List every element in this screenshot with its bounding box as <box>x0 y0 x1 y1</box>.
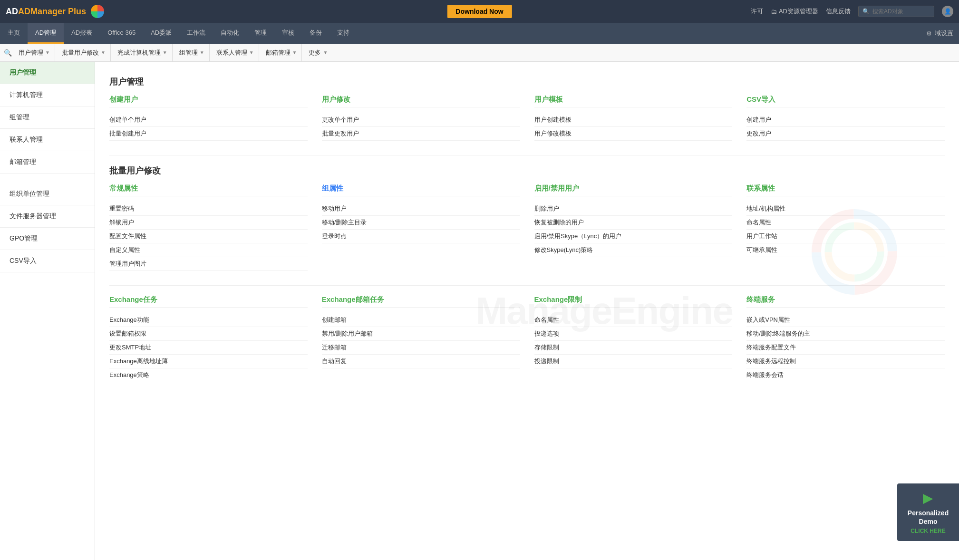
move-delete-terminal[interactable]: 移动/删除终端服务的主 <box>746 327 945 341</box>
nav-ad-report[interactable]: AD报表 <box>64 23 100 44</box>
delete-user[interactable]: 删除用户 <box>534 202 733 216</box>
chevron-down-icon: ▼ <box>45 50 50 55</box>
main-layout: 用户管理 计算机管理 组管理 联系人管理 邮箱管理 组织单位管理 文件服务器管理… <box>0 62 959 560</box>
set-mailbox-perm[interactable]: 设置邮箱权限 <box>109 327 308 341</box>
section-divider-1 <box>109 155 945 155</box>
sub-batch-user[interactable]: 批量用户修改 ▼ <box>57 44 111 61</box>
modify-skype-policy[interactable]: 修改Skype(Lync)策略 <box>534 243 733 257</box>
chevron-down-icon: ▼ <box>163 50 167 55</box>
nav-workflow[interactable]: 工作流 <box>179 23 213 44</box>
sub-mailbox-mgmt[interactable]: 邮箱管理 ▼ <box>261 44 302 61</box>
enable-disable-skype[interactable]: 启用/禁用Skype（Lync）的用户 <box>534 230 733 243</box>
change-smtp[interactable]: 更改SMTP地址 <box>109 341 308 355</box>
create-batch-user[interactable]: 批量创建用户 <box>109 127 308 141</box>
exchange-offline-addr[interactable]: Exchange离线地址薄 <box>109 355 308 368</box>
sidebar-item-csv-import[interactable]: CSV导入 <box>0 250 95 272</box>
terminal-remote-control[interactable]: 终端服务远程控制 <box>746 355 945 368</box>
sidebar-item-fileserver-mgmt[interactable]: 文件服务器管理 <box>0 205 95 228</box>
chevron-down-icon: ▼ <box>200 50 204 55</box>
exchange-policy[interactable]: Exchange策略 <box>109 368 308 382</box>
unlock-user[interactable]: 解锁用户 <box>109 216 308 230</box>
migrate-mailbox[interactable]: 迁移邮箱 <box>322 341 520 355</box>
sidebar-item-computer-mgmt[interactable]: 计算机管理 <box>0 84 95 106</box>
vpn-embed-attr[interactable]: 嵌入或VPN属性 <box>746 313 945 327</box>
nav-home[interactable]: 主页 <box>0 23 28 44</box>
cat-terminal-service: 终端服务 嵌入或VPN属性 移动/删除终端服务的主 终端服务配置文件 终端服务远… <box>746 295 945 382</box>
modify-single-user[interactable]: 更改单个用户 <box>322 113 520 127</box>
inherit-attr[interactable]: 可继承属性 <box>746 243 945 257</box>
sidebar-item-group-mgmt[interactable]: 组管理 <box>0 106 95 129</box>
delivery-options[interactable]: 投递选项 <box>534 327 733 341</box>
chevron-down-icon: ▼ <box>249 50 254 55</box>
demo-widget[interactable]: ▶ Personalized Demo CLICK HERE <box>897 483 959 541</box>
search-input[interactable] <box>872 8 930 15</box>
sidebar-item-mailbox-mgmt[interactable]: 邮箱管理 <box>0 151 95 174</box>
nav-audit[interactable]: 审核 <box>274 23 302 44</box>
nav-backup[interactable]: 备份 <box>302 23 329 44</box>
top-right-area: 许可 🗂 AD资源管理器 信息反馈 🔍 👤 <box>751 6 953 17</box>
logo-text: ADADManager Plus <box>6 7 86 17</box>
sidebar-item-gpo-mgmt[interactable]: GPO管理 <box>0 228 95 250</box>
sub-group-mgmt[interactable]: 组管理 ▼ <box>174 44 210 61</box>
sidebar-item-org-mgmt[interactable]: 组织单位管理 <box>0 183 95 205</box>
address-org-attr[interactable]: 地址/机构属性 <box>746 202 945 216</box>
nav-ad-delegate[interactable]: AD委派 <box>143 23 179 44</box>
sub-computer-mgmt[interactable]: 完成计算机管理 ▼ <box>113 44 173 61</box>
nav-ad-admin[interactable]: AD管理 <box>28 23 64 44</box>
modify-batch-user[interactable]: 批量更改用户 <box>322 127 520 141</box>
custom-attr[interactable]: 自定义属性 <box>109 243 308 257</box>
sidebar-divider <box>0 174 95 183</box>
sub-nav: 🔍 用户管理 ▼ 批量用户修改 ▼ 完成计算机管理 ▼ 组管理 ▼ 联系人管理 … <box>0 44 959 62</box>
sub-search-icon[interactable]: 🔍 <box>4 49 12 57</box>
manage-user-photo[interactable]: 管理用户图片 <box>109 257 308 271</box>
terminal-profile[interactable]: 终端服务配置文件 <box>746 341 945 355</box>
sub-more[interactable]: 更多 ▼ <box>304 44 332 61</box>
cat-general-attr-header: 常规属性 <box>109 184 308 196</box>
cat-exchange-mailbox-header: Exchange邮箱任务 <box>322 295 520 308</box>
create-mailbox[interactable]: 创建邮箱 <box>322 313 520 327</box>
settings-label: 域设置 <box>935 29 953 38</box>
sidebar-item-user-mgmt[interactable]: 用户管理 <box>0 62 95 84</box>
download-button[interactable]: Download Now <box>447 5 512 18</box>
user-workstation[interactable]: 用户工作站 <box>746 230 945 243</box>
config-file-attr[interactable]: 配置文件属性 <box>109 230 308 243</box>
feedback-link[interactable]: 信息反馈 <box>826 7 851 16</box>
reset-password[interactable]: 重置密码 <box>109 202 308 216</box>
cat-create-user-header: 创建用户 <box>109 95 308 107</box>
user-avatar[interactable]: 👤 <box>942 6 953 17</box>
disable-delete-mailbox[interactable]: 禁用/删除用户邮箱 <box>322 327 520 341</box>
delivery-limit[interactable]: 投递限制 <box>534 355 733 368</box>
terminal-session[interactable]: 终端服务会话 <box>746 368 945 382</box>
cat-enable-disable-header: 启用/禁用用户 <box>534 184 733 196</box>
nav-office365[interactable]: Office 365 <box>100 23 143 44</box>
sidebar-item-contact-mgmt[interactable]: 联系人管理 <box>0 129 95 151</box>
exchange-naming-attr[interactable]: 命名属性 <box>534 313 733 327</box>
naming-attr[interactable]: 命名属性 <box>746 216 945 230</box>
nav-automation[interactable]: 自动化 <box>213 23 247 44</box>
user-modify-template[interactable]: 用户修改模板 <box>534 127 733 141</box>
demo-title: Personalized Demo <box>902 509 954 526</box>
search-box: 🔍 <box>858 6 934 17</box>
csv-modify-user[interactable]: 更改用户 <box>746 127 945 141</box>
demo-click-label: CLICK HERE <box>902 528 954 534</box>
move-delete-home-dir[interactable]: 移动/删除主目录 <box>322 216 520 230</box>
nav-support[interactable]: 支持 <box>329 23 357 44</box>
cat-user-template-header: 用户模板 <box>534 95 733 107</box>
sub-user-mgmt[interactable]: 用户管理 ▼ <box>14 44 55 61</box>
ad-resource-link[interactable]: 🗂 AD资源管理器 <box>771 7 818 16</box>
login-time[interactable]: 登录时点 <box>322 230 520 243</box>
create-single-user[interactable]: 创建单个用户 <box>109 113 308 127</box>
nav-manage[interactable]: 管理 <box>247 23 274 44</box>
storage-limit[interactable]: 存储限制 <box>534 341 733 355</box>
main-nav: 主页 AD管理 AD报表 Office 365 AD委派 工作流 自动化 管理 … <box>0 23 959 44</box>
sub-contact-mgmt[interactable]: 联系人管理 ▼ <box>212 44 259 61</box>
settings-button[interactable]: ⚙ 域设置 <box>926 23 953 44</box>
csv-create-user[interactable]: 创建用户 <box>746 113 945 127</box>
ad-resource-text: AD资源管理器 <box>779 7 818 16</box>
auto-reply[interactable]: 自动回复 <box>322 355 520 368</box>
move-user[interactable]: 移动用户 <box>322 202 520 216</box>
restore-deleted-user[interactable]: 恢复被删除的用户 <box>534 216 733 230</box>
cat-exchange-task-header: Exchange任务 <box>109 295 308 308</box>
user-create-template[interactable]: 用户创建模板 <box>534 113 733 127</box>
exchange-feature[interactable]: Exchange功能 <box>109 313 308 327</box>
